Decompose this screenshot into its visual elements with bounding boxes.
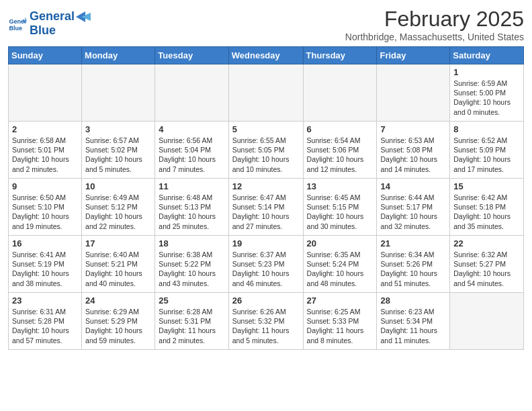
calendar-cell: 21Sunrise: 6:34 AM Sunset: 5:26 PM Dayli…: [377, 236, 450, 293]
calendar-cell: 24Sunrise: 6:29 AM Sunset: 5:29 PM Dayli…: [82, 293, 155, 350]
day-number: 6: [307, 124, 373, 134]
day-info: Sunrise: 6:47 AM Sunset: 5:14 PM Dayligh…: [232, 193, 300, 231]
day-info: Sunrise: 6:57 AM Sunset: 5:02 PM Dayligh…: [85, 136, 151, 174]
day-info: Sunrise: 6:28 AM Sunset: 5:31 PM Dayligh…: [159, 307, 224, 345]
calendar-header-row: Sunday Monday Tuesday Wednesday Thursday…: [9, 47, 524, 64]
day-number: 18: [159, 238, 224, 248]
day-info: Sunrise: 6:34 AM Sunset: 5:26 PM Dayligh…: [380, 250, 446, 288]
calendar-cell: [450, 293, 524, 350]
day-info: Sunrise: 6:29 AM Sunset: 5:29 PM Dayligh…: [85, 307, 151, 345]
day-number: 24: [85, 295, 151, 306]
calendar-week-4: 23Sunrise: 6:31 AM Sunset: 5:28 PM Dayli…: [9, 293, 524, 350]
day-number: 20: [307, 238, 373, 248]
day-info: Sunrise: 6:38 AM Sunset: 5:22 PM Dayligh…: [159, 250, 224, 288]
calendar-cell: 11Sunrise: 6:48 AM Sunset: 5:13 PM Dayli…: [155, 179, 228, 236]
day-info: Sunrise: 6:44 AM Sunset: 5:17 PM Dayligh…: [380, 193, 446, 231]
day-info: Sunrise: 6:32 AM Sunset: 5:27 PM Dayligh…: [453, 250, 520, 288]
day-number: 7: [380, 124, 446, 134]
day-number: 16: [12, 238, 78, 248]
day-number: 23: [12, 295, 78, 306]
calendar-cell: 1Sunrise: 6:59 AM Sunset: 5:00 PM Daylig…: [450, 64, 524, 122]
svg-text:Blue: Blue: [9, 25, 22, 32]
calendar-cell: [228, 64, 303, 122]
day-info: Sunrise: 6:50 AM Sunset: 5:10 PM Dayligh…: [12, 193, 78, 231]
day-info: Sunrise: 6:59 AM Sunset: 5:00 PM Dayligh…: [453, 79, 520, 117]
day-info: Sunrise: 6:56 AM Sunset: 5:04 PM Dayligh…: [159, 136, 224, 174]
day-number: 22: [453, 238, 520, 248]
day-number: 4: [159, 124, 224, 134]
col-wednesday: Wednesday: [228, 47, 303, 64]
header: General Blue General Blue February 2025 …: [8, 7, 524, 42]
calendar-cell: 18Sunrise: 6:38 AM Sunset: 5:22 PM Dayli…: [155, 236, 228, 293]
calendar-cell: [377, 64, 450, 122]
day-number: 8: [453, 124, 520, 134]
day-info: Sunrise: 6:49 AM Sunset: 5:12 PM Dayligh…: [85, 193, 151, 231]
calendar-cell: 14Sunrise: 6:44 AM Sunset: 5:17 PM Dayli…: [377, 179, 450, 236]
calendar-cell: 27Sunrise: 6:25 AM Sunset: 5:33 PM Dayli…: [303, 293, 377, 350]
day-number: 14: [380, 181, 446, 191]
day-info: Sunrise: 6:35 AM Sunset: 5:24 PM Dayligh…: [307, 250, 373, 288]
calendar-cell: [155, 64, 228, 122]
day-number: 25: [159, 295, 224, 306]
day-number: 11: [159, 181, 224, 191]
col-tuesday: Tuesday: [155, 47, 228, 64]
day-info: Sunrise: 6:42 AM Sunset: 5:18 PM Dayligh…: [453, 193, 520, 231]
calendar: Sunday Monday Tuesday Wednesday Thursday…: [8, 46, 524, 350]
day-number: 17: [85, 238, 151, 248]
day-info: Sunrise: 6:53 AM Sunset: 5:08 PM Dayligh…: [380, 136, 446, 174]
day-number: 2: [12, 124, 78, 134]
day-number: 28: [380, 295, 446, 306]
day-number: 19: [232, 238, 300, 248]
day-info: Sunrise: 6:25 AM Sunset: 5:33 PM Dayligh…: [307, 307, 373, 345]
day-number: 21: [380, 238, 446, 248]
calendar-cell: 15Sunrise: 6:42 AM Sunset: 5:18 PM Dayli…: [450, 179, 524, 236]
page: General Blue General Blue February 2025 …: [0, 0, 532, 357]
day-info: Sunrise: 6:31 AM Sunset: 5:28 PM Dayligh…: [12, 307, 78, 345]
day-info: Sunrise: 6:48 AM Sunset: 5:13 PM Dayligh…: [159, 193, 224, 231]
calendar-cell: 10Sunrise: 6:49 AM Sunset: 5:12 PM Dayli…: [82, 179, 155, 236]
day-info: Sunrise: 6:55 AM Sunset: 5:05 PM Dayligh…: [232, 136, 300, 174]
calendar-cell: 2Sunrise: 6:58 AM Sunset: 5:01 PM Daylig…: [9, 122, 82, 179]
day-number: 10: [85, 181, 151, 191]
day-number: 5: [232, 124, 300, 134]
calendar-cell: 3Sunrise: 6:57 AM Sunset: 5:02 PM Daylig…: [82, 122, 155, 179]
month-title: February 2025: [345, 7, 524, 32]
calendar-week-3: 16Sunrise: 6:41 AM Sunset: 5:19 PM Dayli…: [9, 236, 524, 293]
col-sunday: Sunday: [9, 47, 82, 64]
calendar-cell: 17Sunrise: 6:40 AM Sunset: 5:21 PM Dayli…: [82, 236, 155, 293]
calendar-cell: 12Sunrise: 6:47 AM Sunset: 5:14 PM Dayli…: [228, 179, 303, 236]
logo-icon: General Blue: [8, 14, 27, 33]
logo: General Blue General Blue: [8, 9, 91, 38]
day-number: 15: [453, 181, 520, 191]
day-info: Sunrise: 6:41 AM Sunset: 5:19 PM Dayligh…: [12, 250, 78, 288]
calendar-cell: [9, 64, 82, 122]
day-info: Sunrise: 6:58 AM Sunset: 5:01 PM Dayligh…: [12, 136, 78, 174]
day-number: 9: [12, 181, 78, 191]
col-monday: Monday: [82, 47, 155, 64]
day-info: Sunrise: 6:37 AM Sunset: 5:23 PM Dayligh…: [232, 250, 300, 288]
day-number: 3: [85, 124, 151, 134]
day-info: Sunrise: 6:40 AM Sunset: 5:21 PM Dayligh…: [85, 250, 151, 288]
logo-blue: Blue: [30, 24, 91, 38]
calendar-cell: 26Sunrise: 6:26 AM Sunset: 5:32 PM Dayli…: [228, 293, 303, 350]
calendar-cell: 25Sunrise: 6:28 AM Sunset: 5:31 PM Dayli…: [155, 293, 228, 350]
calendar-cell: 23Sunrise: 6:31 AM Sunset: 5:28 PM Dayli…: [9, 293, 82, 350]
day-number: 27: [307, 295, 373, 306]
day-number: 12: [232, 181, 300, 191]
day-info: Sunrise: 6:52 AM Sunset: 5:09 PM Dayligh…: [453, 136, 520, 174]
day-number: 1: [453, 67, 520, 77]
calendar-cell: 7Sunrise: 6:53 AM Sunset: 5:08 PM Daylig…: [377, 122, 450, 179]
calendar-cell: [303, 64, 377, 122]
calendar-cell: 19Sunrise: 6:37 AM Sunset: 5:23 PM Dayli…: [228, 236, 303, 293]
calendar-cell: 9Sunrise: 6:50 AM Sunset: 5:10 PM Daylig…: [9, 179, 82, 236]
calendar-cell: 16Sunrise: 6:41 AM Sunset: 5:19 PM Dayli…: [9, 236, 82, 293]
col-saturday: Saturday: [450, 47, 524, 64]
day-info: Sunrise: 6:26 AM Sunset: 5:32 PM Dayligh…: [232, 307, 300, 345]
calendar-cell: [82, 64, 155, 122]
day-number: 13: [307, 181, 373, 191]
calendar-cell: 6Sunrise: 6:54 AM Sunset: 5:06 PM Daylig…: [303, 122, 377, 179]
day-info: Sunrise: 6:45 AM Sunset: 5:15 PM Dayligh…: [307, 193, 373, 231]
calendar-week-1: 2Sunrise: 6:58 AM Sunset: 5:01 PM Daylig…: [9, 122, 524, 179]
day-info: Sunrise: 6:54 AM Sunset: 5:06 PM Dayligh…: [307, 136, 373, 174]
calendar-cell: 28Sunrise: 6:23 AM Sunset: 5:34 PM Dayli…: [377, 293, 450, 350]
